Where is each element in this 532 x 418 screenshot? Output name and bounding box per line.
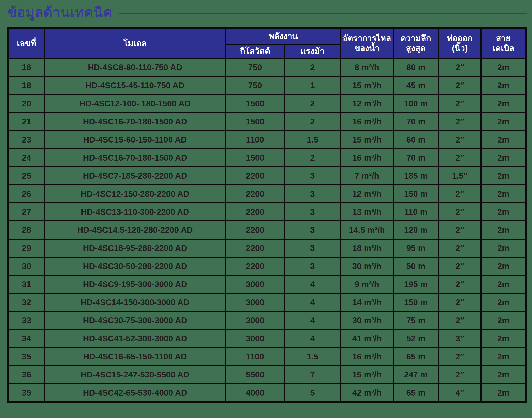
cell-kilowatt: 2200: [226, 185, 284, 203]
cell-kilowatt: 1100: [226, 131, 284, 149]
cell-model: HD-4SC9-195-300-3000 AD: [44, 275, 226, 293]
cell-horsepower: 3: [284, 185, 341, 203]
table-row: 36 HD-4SC15-247-530-5500 AD 5500 7 15 m³…: [9, 366, 526, 384]
header-max-depth-line1: ความลึก: [394, 34, 438, 43]
cell-model: HD-4SC8-80-110-750 AD: [44, 58, 226, 76]
cell-horsepower: 2: [284, 58, 341, 76]
cell-outlet-size: 2″: [438, 149, 481, 167]
cell-flow-rate: 15 m³/h: [341, 131, 393, 149]
cell-max-depth: 195 m: [393, 275, 438, 293]
cell-outlet-size: 1.5″: [438, 167, 481, 185]
cell-kilowatt: 3000: [226, 329, 284, 348]
cell-flow-rate: 14.5 m³/h: [341, 221, 393, 239]
cell-cable: 2m: [481, 366, 526, 384]
cell-outlet-size: 2″: [438, 94, 481, 113]
cell-cable: 2m: [481, 384, 526, 402]
cell-cable: 2m: [481, 239, 526, 257]
header-cable-line2: เคเบิล: [482, 43, 525, 53]
header-cable-line1: สาย: [482, 34, 525, 43]
cell-kilowatt: 2200: [226, 257, 284, 275]
cell-kilowatt: 1500: [226, 149, 284, 167]
cell-model: HD-4SC41-52-300-3000 AD: [44, 329, 226, 348]
cell-no: 28: [9, 221, 44, 239]
cell-horsepower: 3: [284, 203, 341, 221]
cell-flow-rate: 16 m³/h: [341, 149, 393, 167]
table-row: 34 HD-4SC41-52-300-3000 AD 3000 4 41 m³/…: [9, 329, 526, 348]
cell-flow-rate: 30 m³/h: [341, 257, 393, 275]
table-row: 39 HD-4SC42-65-530-4000 AD 4000 5 42 m³/…: [9, 384, 526, 402]
cell-flow-rate: 9 m³/h: [341, 275, 393, 293]
cell-no: 27: [9, 203, 44, 221]
cell-max-depth: 80 m: [393, 58, 438, 76]
cell-no: 32: [9, 293, 44, 312]
cell-no: 23: [9, 131, 44, 149]
cell-flow-rate: 12 m³/h: [341, 94, 393, 113]
cell-kilowatt: 2200: [226, 203, 284, 221]
cell-no: 25: [9, 167, 44, 185]
cell-cable: 2m: [481, 94, 526, 113]
cell-kilowatt: 750: [226, 76, 284, 94]
cell-kilowatt: 1100: [226, 348, 284, 366]
cell-no: 36: [9, 366, 44, 384]
cell-model: HD-4SC7-185-280-2200 AD: [44, 167, 226, 185]
cell-max-depth: 150 m: [393, 293, 438, 312]
cell-max-depth: 110 m: [393, 203, 438, 221]
header-outlet-size-line2: (นิ้ว): [439, 43, 480, 53]
technical-spec-table: เลขที่ โมเดล พลังงาน อัตราการไหล ของน้ำ …: [8, 27, 527, 403]
table-body: 16 HD-4SC8-80-110-750 AD 750 2 8 m³/h 80…: [9, 58, 526, 402]
cell-flow-rate: 13 m³/h: [341, 203, 393, 221]
header-outlet-size: ท่อออก (นิ้ว): [438, 28, 481, 58]
header-flow-rate-line2: ของน้ำ: [341, 43, 392, 53]
cell-kilowatt: 5500: [226, 366, 284, 384]
header-outlet-size-line1: ท่อออก: [439, 34, 480, 43]
cell-flow-rate: 15 m³/h: [341, 76, 393, 94]
table-row: 20 HD-4SC12-100- 180-1500 AD 1500 2 12 m…: [9, 94, 526, 113]
cell-outlet-size: 2″: [438, 239, 481, 257]
cell-cable: 2m: [481, 167, 526, 185]
cell-model: HD-4SC15-60-150-1100 AD: [44, 131, 226, 149]
cell-flow-rate: 7 m³/h: [341, 167, 393, 185]
header-flow-rate: อัตราการไหล ของน้ำ: [341, 28, 393, 58]
cell-outlet-size: 3″: [438, 329, 481, 348]
cell-outlet-size: 2″: [438, 348, 481, 366]
cell-outlet-size: 2″: [438, 58, 481, 76]
cell-horsepower: 4: [284, 293, 341, 312]
page-title: ข้อมูลด้านเทคนิค: [8, 5, 112, 21]
cell-kilowatt: 2200: [226, 167, 284, 185]
cell-horsepower: 2: [284, 149, 341, 167]
cell-horsepower: 1.5: [284, 348, 341, 366]
cell-flow-rate: 12 m³/h: [341, 185, 393, 203]
cell-flow-rate: 41 m³/h: [341, 329, 393, 348]
cell-outlet-size: 2″: [438, 76, 481, 94]
cell-horsepower: 3: [284, 167, 341, 185]
cell-horsepower: 2: [284, 94, 341, 113]
header-power-group: พลังงาน: [226, 28, 341, 44]
cell-cable: 2m: [481, 113, 526, 131]
cell-cable: 2m: [481, 76, 526, 94]
cell-model: HD-4SC12-100- 180-1500 AD: [44, 94, 226, 113]
title-row: ข้อมูลด้านเทคนิค: [8, 2, 527, 24]
cell-max-depth: 65 m: [393, 348, 438, 366]
cell-outlet-size: 2″: [438, 203, 481, 221]
cell-kilowatt: 3000: [226, 293, 284, 312]
table-header: เลขที่ โมเดล พลังงาน อัตราการไหล ของน้ำ …: [9, 28, 526, 58]
cell-model: HD-4SC15-247-530-5500 AD: [44, 366, 226, 384]
cell-horsepower: 3: [284, 239, 341, 257]
cell-kilowatt: 2200: [226, 221, 284, 239]
cell-kilowatt: 3000: [226, 312, 284, 329]
cell-cable: 2m: [481, 293, 526, 312]
cell-no: 20: [9, 94, 44, 113]
header-max-depth: ความลึก สูงสุด: [393, 28, 438, 58]
cell-model: HD-4SC42-65-530-4000 AD: [44, 384, 226, 402]
header-kilowatt: กิโลวัตต์: [226, 44, 284, 58]
cell-flow-rate: 16 m³/h: [341, 348, 393, 366]
cell-horsepower: 2: [284, 113, 341, 131]
cell-outlet-size: 2″: [438, 257, 481, 275]
cell-max-depth: 45 m: [393, 76, 438, 94]
cell-flow-rate: 14 m³/h: [341, 293, 393, 312]
cell-max-depth: 50 m: [393, 257, 438, 275]
cell-model: HD-4SC14-150-300-3000 AD: [44, 293, 226, 312]
cell-no: 29: [9, 239, 44, 257]
cell-cable: 2m: [481, 58, 526, 76]
cell-kilowatt: 2200: [226, 239, 284, 257]
